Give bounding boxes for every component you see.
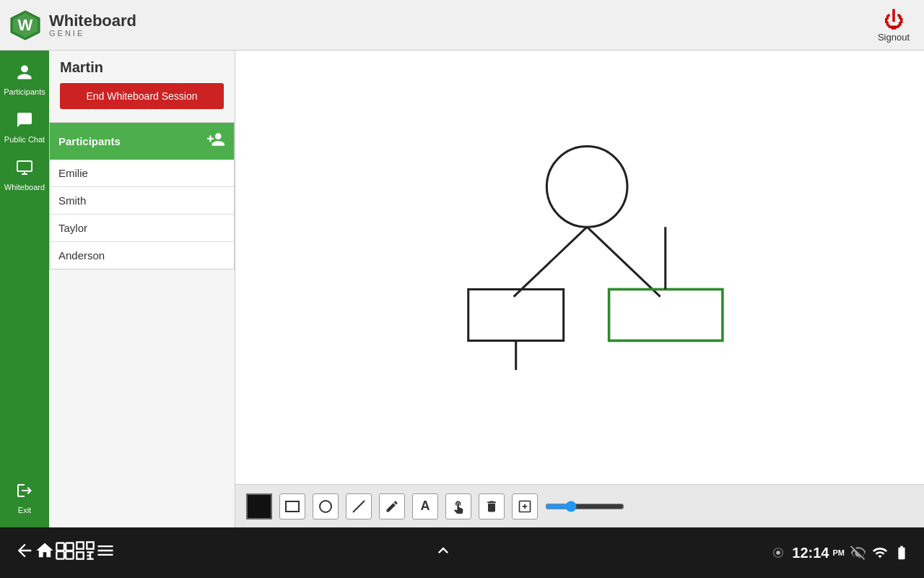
participants-header: Participants — [50, 123, 234, 160]
sidebar-item-participants[interactable]: Participants — [0, 58, 49, 102]
sidebar-item-whiteboard[interactable]: Whiteboard — [0, 153, 49, 197]
exit-label: Exit — [18, 506, 31, 514]
svg-rect-3 — [17, 161, 32, 171]
menu-button[interactable] — [95, 540, 116, 566]
panel: Martin End Whiteboard Session Participan… — [49, 51, 235, 527]
svg-rect-9 — [468, 289, 564, 340]
time-value: 12:14 — [792, 545, 829, 561]
sidebar-item-public-chat[interactable]: Public Chat — [0, 105, 49, 150]
svg-rect-24 — [87, 542, 93, 548]
svg-rect-19 — [56, 543, 64, 551]
add-participant-icon[interactable] — [206, 130, 225, 152]
svg-rect-21 — [56, 551, 64, 559]
svg-text:W: W — [18, 16, 33, 34]
back-button[interactable] — [14, 540, 35, 566]
svg-rect-11 — [609, 289, 723, 340]
time-display: 12:14 PM — [792, 545, 845, 561]
participant-smith[interactable]: Smith — [50, 187, 234, 215]
text-tool[interactable]: A — [412, 493, 438, 519]
participant-anderson[interactable]: Anderson — [50, 242, 234, 269]
top-bar: W Whiteboard GENIE ⏻ Signout — [0, 0, 924, 51]
svg-point-6 — [546, 147, 627, 228]
pencil-tool[interactable] — [379, 493, 405, 519]
signout-button[interactable]: ⏻ Signout — [878, 8, 924, 43]
exit-icon — [16, 482, 33, 504]
svg-rect-25 — [77, 552, 83, 558]
signout-label: Signout — [878, 32, 910, 43]
whiteboard-icon — [16, 159, 33, 181]
svg-rect-22 — [66, 551, 74, 559]
time-ampm: PM — [833, 548, 845, 557]
circle-tool[interactable] — [313, 493, 339, 519]
line-tool[interactable] — [346, 493, 372, 519]
color-swatch[interactable] — [246, 493, 272, 519]
svg-rect-23 — [77, 542, 83, 548]
public-chat-label: Public Chat — [4, 135, 45, 144]
logo-text-area: Whiteboard GENIE — [49, 13, 136, 38]
hand-tool[interactable] — [445, 493, 471, 519]
participants-section: Participants Emilie Smith Taylor Anderso… — [49, 122, 235, 269]
bottom-bar: 12:14 PM — [0, 527, 924, 578]
svg-point-14 — [320, 501, 331, 512]
up-button[interactable] — [433, 540, 453, 566]
delete-tool[interactable] — [479, 493, 505, 519]
home-button[interactable] — [35, 540, 55, 566]
svg-rect-13 — [286, 501, 299, 512]
status-area: 12:14 PM — [770, 545, 910, 561]
panel-header: Martin End Whiteboard Session — [49, 51, 235, 115]
qr-button[interactable] — [75, 540, 95, 566]
canvas-area: A — [235, 51, 924, 527]
svg-rect-20 — [66, 543, 74, 551]
logo-area: W Whiteboard GENIE — [0, 7, 136, 43]
sidebar-item-exit[interactable]: Exit — [0, 476, 49, 520]
svg-line-7 — [514, 227, 587, 296]
rectangle-tool[interactable] — [279, 493, 305, 519]
power-icon: ⏻ — [884, 8, 904, 32]
logo-text: Whiteboard — [49, 13, 136, 29]
chat-icon — [16, 111, 33, 133]
participants-list: Emilie Smith Taylor Anderson — [50, 160, 234, 269]
export-tool[interactable] — [512, 493, 538, 519]
participant-emilie[interactable]: Emilie — [50, 160, 234, 187]
drawing-svg — [235, 51, 924, 484]
svg-point-30 — [777, 551, 781, 555]
whiteboard-canvas[interactable] — [235, 51, 924, 484]
panel-username: Martin — [60, 59, 224, 76]
participant-taylor[interactable]: Taylor — [50, 215, 234, 242]
participants-title: Participants — [58, 135, 121, 147]
svg-line-8 — [587, 227, 660, 296]
svg-line-15 — [353, 501, 365, 512]
main-layout: Participants Public Chat Whiteboard Exit… — [0, 51, 924, 527]
logo-sub: GENIE — [49, 29, 136, 38]
participants-sidebar-label: Participants — [4, 87, 45, 96]
zoom-slider[interactable] — [545, 499, 624, 514]
recents-button[interactable] — [55, 540, 75, 566]
toolbar: A — [235, 484, 924, 527]
whiteboard-label: Whiteboard — [4, 183, 45, 191]
end-session-button[interactable]: End Whiteboard Session — [60, 83, 224, 109]
participants-icon — [16, 64, 33, 85]
left-sidebar: Participants Public Chat Whiteboard Exit — [0, 51, 49, 527]
logo-icon: W — [7, 7, 43, 43]
